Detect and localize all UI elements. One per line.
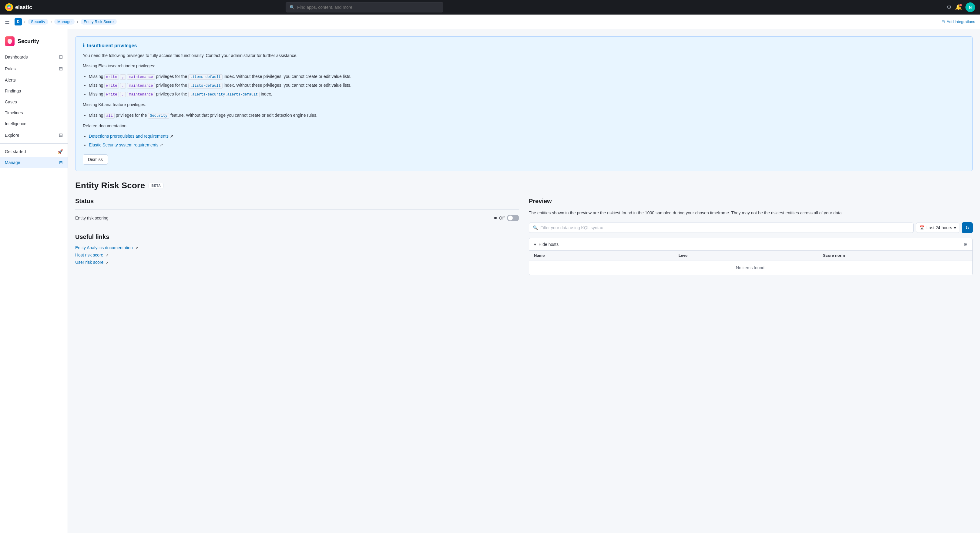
notifications-icon[interactable]: 🔔 <box>955 4 962 11</box>
ext-icon-4: ↗ <box>106 261 108 264</box>
sidebar-item-dashboards[interactable]: Dashboards ⊞ <box>0 51 68 63</box>
code-comma-2: , <box>120 83 126 89</box>
sidebar-item-cases[interactable]: Cases <box>0 96 68 107</box>
nav-right: ⚙ 🔔 N <box>947 2 975 12</box>
breadcrumb-entity-risk-score: Entity Risk Score <box>81 19 117 25</box>
security-logo-icon <box>5 37 14 46</box>
code-lists-default: .lists-default <box>188 83 223 89</box>
ext-icon-1: ↗ <box>159 143 163 147</box>
hamburger-menu[interactable]: ☰ <box>5 19 10 25</box>
dismiss-button[interactable]: Dismiss <box>83 154 108 165</box>
toggle-group: Off <box>494 215 519 221</box>
insufficient-privileges-alert: ℹ Insufficient privileges You need the f… <box>75 37 973 171</box>
add-integrations-button[interactable]: ⊞ Add integrations <box>942 19 975 24</box>
useful-links-title: Useful links <box>75 234 519 240</box>
time-selector-label: Last 24 hours <box>926 225 952 230</box>
main-layout: Security Dashboards ⊞ Rules ⊞ Alerts Fin… <box>0 29 980 533</box>
breadcrumb-manage[interactable]: Manage <box>54 19 75 25</box>
entity-analytics-doc-link[interactable]: Entity Analytics documentation <box>75 245 133 250</box>
hide-hosts-toggle[interactable]: ▾ Hide hosts <box>534 242 558 247</box>
code-comma-3: , <box>120 92 126 97</box>
kql-filter[interactable]: 🔍 Filter your data using KQL syntax <box>529 223 913 233</box>
user-risk-score-link[interactable]: User risk score <box>75 260 103 265</box>
code-maintenance-3: maintenance <box>127 92 154 97</box>
sidebar-item-get-started-label: Get started <box>5 149 57 154</box>
svg-point-3 <box>8 6 10 8</box>
sidebar-item-get-started[interactable]: Get started 🚀 <box>0 146 68 157</box>
chevron-down-icon-hosts: ▾ <box>534 242 536 247</box>
beta-badge: BETA <box>149 183 164 188</box>
host-risk-score-link[interactable]: Host risk score <box>75 253 103 258</box>
useful-link-2: User risk score ↗ <box>75 260 519 265</box>
sidebar-item-dashboards-label: Dashboards <box>5 54 59 59</box>
settings-icon[interactable]: ⚙ <box>947 4 951 11</box>
add-integrations-icon: ⊞ <box>942 19 945 24</box>
detections-prereqs-link[interactable]: Detections prerequisites and requirement… <box>89 134 169 138</box>
sidebar-item-cases-label: Cases <box>5 99 63 104</box>
sidebar-item-alerts-label: Alerts <box>5 78 63 83</box>
code-items-default: .items-default <box>188 74 223 80</box>
time-selector[interactable]: 📅 Last 24 hours ▾ <box>916 223 959 233</box>
breadcrumb-security[interactable]: Security <box>28 19 48 25</box>
table-empty-message: No items found. <box>529 261 972 275</box>
sidebar-item-alerts[interactable]: Alerts <box>0 75 68 86</box>
user-avatar[interactable]: N <box>966 2 975 12</box>
explore-grid-icon: ⊞ <box>59 132 63 138</box>
missing-kibana-header: Missing Kibana feature privileges: <box>83 101 965 108</box>
search-icon: 🔍 <box>290 5 295 10</box>
sidebar-item-intelligence[interactable]: Intelligence <box>0 118 68 129</box>
sidebar-divider <box>0 143 68 144</box>
sidebar-title: Security <box>18 38 39 45</box>
filter-row: 🔍 Filter your data using KQL syntax 📅 La… <box>529 222 973 233</box>
workspace-icon[interactable]: D <box>14 18 22 25</box>
status-section-title: Status <box>75 198 519 205</box>
hide-hosts-label: Hide hosts <box>539 242 558 247</box>
entity-risk-toggle[interactable] <box>507 215 519 221</box>
sidebar-item-intelligence-label: Intelligence <box>5 121 63 126</box>
useful-link-0: Entity Analytics documentation ↗ <box>75 245 519 250</box>
elastic-logo-icon <box>5 3 13 11</box>
useful-link-1: Host risk score ↗ <box>75 253 519 258</box>
missing-es-item-1: Missing write , maintenance privileges f… <box>89 82 965 89</box>
alert-info-icon: ℹ <box>83 43 84 49</box>
breadcrumb-sep-3: › <box>77 20 78 24</box>
manage-grid-icon: ⊞ <box>59 160 63 165</box>
elastic-logo[interactable]: elastic <box>5 3 32 11</box>
missing-es-header: Missing Elasticsearch index privileges: <box>83 62 965 69</box>
sidebar-item-findings[interactable]: Findings <box>0 86 68 96</box>
alert-title: ℹ Insufficient privileges <box>83 43 965 49</box>
preview-section: Preview The entities shown in the previe… <box>529 198 973 275</box>
breadcrumb-sep-1: › <box>24 20 25 24</box>
sidebar: Security Dashboards ⊞ Rules ⊞ Alerts Fin… <box>0 29 68 533</box>
logo-text: elastic <box>15 4 32 11</box>
entity-risk-scoring-row: Entity risk scoring Off <box>75 210 519 226</box>
dashboards-grid-icon: ⊞ <box>59 54 63 60</box>
related-link-1: Elastic Security system requirements ↗ <box>89 142 965 148</box>
col-name: Name <box>534 253 679 258</box>
sidebar-item-timelines[interactable]: Timelines <box>0 107 68 118</box>
status-row-label: Entity risk scoring <box>75 216 108 220</box>
missing-es-list: Missing write , maintenance privileges f… <box>83 73 965 98</box>
sidebar-item-manage[interactable]: Manage ⊞ <box>0 157 68 168</box>
sidebar-item-rules[interactable]: Rules ⊞ <box>0 63 68 75</box>
sidebar-item-explore-label: Explore <box>5 133 59 138</box>
global-search[interactable]: 🔍 <box>286 2 443 13</box>
alert-description: You need the following privileges to ful… <box>83 52 965 59</box>
alert-body: You need the following privileges to ful… <box>83 52 965 165</box>
sidebar-item-explore[interactable]: Explore ⊞ <box>0 129 68 141</box>
code-maintenance-1: maintenance <box>127 74 154 80</box>
code-maintenance-2: maintenance <box>127 83 154 89</box>
missing-es-item-2: Missing write , maintenance privileges f… <box>89 91 965 98</box>
ext-icon-3: ↗ <box>105 253 108 257</box>
search-icon-kql: 🔍 <box>533 225 538 230</box>
refresh-button[interactable]: ↻ <box>962 222 973 233</box>
related-links-list: Detections prerequisites and requirement… <box>83 133 965 148</box>
calendar-icon: 📅 <box>920 225 924 230</box>
code-write-1: write <box>104 74 119 80</box>
add-integrations-label: Add integrations <box>947 19 975 24</box>
table-header: Name Level Score norm <box>529 251 972 261</box>
elastic-security-req-link[interactable]: Elastic Security system requirements <box>89 143 159 147</box>
hosts-header-row: ▾ Hide hosts ⊞ <box>529 238 972 251</box>
table-columns-icon[interactable]: ⊞ <box>964 242 967 247</box>
search-input[interactable] <box>297 5 439 10</box>
